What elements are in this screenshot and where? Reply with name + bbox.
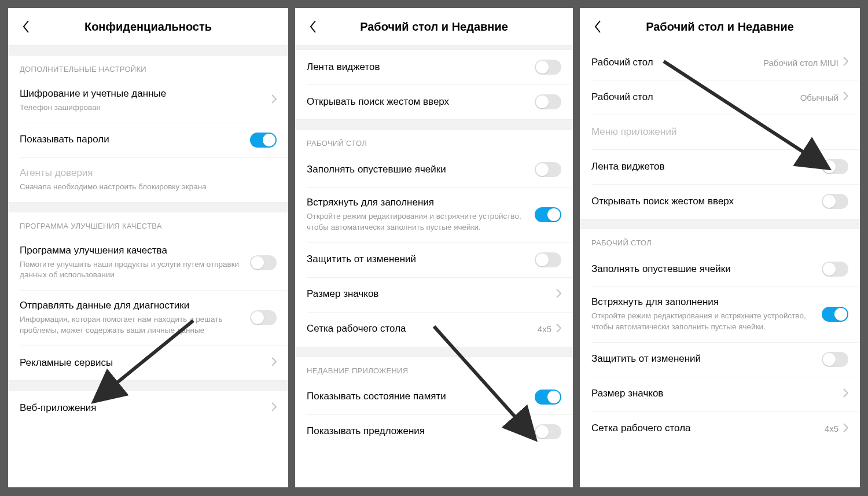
settings-list: ДОПОЛНИТЕЛЬНЫЕ НАСТРОЙКИ Шифрование и уч… [8, 45, 288, 487]
row-label: Встряхнуть для заполнения [591, 296, 816, 309]
page-title: Конфиденциальность [8, 20, 288, 34]
row-quality-program[interactable]: Программа улучшения качества Помогите ул… [8, 235, 288, 291]
row-grid[interactable]: Сетка рабочего стола 4x5 [295, 312, 573, 347]
chevron-right-icon [271, 402, 277, 414]
row-label: Размер значков [307, 288, 550, 301]
row-label: Показывать пароли [20, 133, 244, 146]
toggle-switch[interactable] [535, 207, 561, 222]
row-sub: Информация, которая помогает нам находит… [20, 314, 244, 336]
row-value: Рабочий стол MIUI [763, 58, 838, 68]
row-web-apps[interactable]: Веб-приложения [8, 391, 288, 425]
section-header: НЕДАВНИЕ ПРИЛОЖЕНИЯ [295, 357, 573, 380]
row-sub: Откройте режим редактирования и встряхни… [307, 211, 529, 233]
toggle-switch[interactable] [535, 94, 561, 109]
toggle-switch[interactable] [535, 390, 561, 405]
row-label: Заполнять опустевшие ячейки [307, 163, 529, 177]
toggle-switch[interactable] [535, 60, 561, 75]
row-desktop-launcher[interactable]: Рабочий стол Рабочий стол MIUI [580, 45, 860, 80]
row-shake-fill[interactable]: Встряхнуть для заполнения Откройте режим… [295, 187, 573, 243]
row-trust-agents: Агенты доверия Сначала необходимо настро… [8, 157, 288, 202]
app-header: Конфиденциальность [8, 8, 288, 45]
row-shake-fill[interactable]: Встряхнуть для заполнения Откройте режим… [580, 286, 860, 342]
back-button[interactable] [304, 18, 322, 35]
toggle-switch[interactable] [250, 255, 277, 270]
row-ad-services[interactable]: Рекламные сервисы [8, 346, 288, 380]
section-header: ДОПОЛНИТЕЛЬНЫЕ НАСТРОЙКИ [8, 56, 288, 78]
toggle-switch[interactable] [535, 252, 561, 267]
row-sub: Сначала необходимо настроить блокировку … [20, 182, 271, 193]
row-search-gesture[interactable]: Открывать поиск жестом вверх [295, 84, 573, 119]
section-header: РАБОЧИЙ СТОЛ [580, 229, 860, 252]
row-show-memory[interactable]: Показывать состояние памяти [295, 380, 573, 414]
row-fill-cells[interactable]: Заполнять опустевшие ячейки [580, 252, 860, 286]
row-label: Открывать поиск жестом вверх [591, 195, 816, 208]
chevron-right-icon [556, 289, 561, 300]
row-protect-changes[interactable]: Защитить от изменений [580, 342, 860, 377]
row-app-drawer: Меню приложений [580, 115, 860, 149]
row-label: Программа улучшения качества [20, 244, 244, 258]
toggle-switch[interactable] [535, 424, 561, 439]
phone-screen-3: Рабочий стол и Недавние Рабочий стол Раб… [580, 8, 860, 487]
toggle-switch[interactable] [535, 162, 561, 177]
chevron-right-icon [271, 357, 277, 369]
row-label: Показывать предложения [307, 425, 529, 438]
section-header: ПРОГРАММА УЛУЧШЕНИЯ КАЧЕСТВА [8, 212, 288, 235]
page-title: Рабочий стол и Недавние [580, 20, 860, 34]
row-widget-feed[interactable]: Лента виджетов [580, 149, 860, 184]
row-value: 4x5 [825, 424, 838, 433]
row-show-suggestions[interactable]: Показывать предложения [295, 414, 573, 449]
chevron-right-icon [843, 91, 848, 103]
back-button[interactable] [17, 18, 35, 35]
row-label: Лента виджетов [591, 160, 816, 174]
chevron-right-icon [556, 324, 561, 335]
chevron-right-icon [271, 94, 277, 106]
row-protect-changes[interactable]: Защитить от изменений [295, 243, 573, 277]
toggle-switch[interactable] [822, 352, 848, 367]
section-header: РАБОЧИЙ СТОЛ [295, 130, 573, 152]
settings-list: Рабочий стол Рабочий стол MIUI Рабочий с… [580, 45, 860, 487]
toggle-switch[interactable] [822, 194, 848, 209]
page-title: Рабочий стол и Недавние [295, 20, 573, 34]
row-label: Сетка рабочего стола [307, 322, 532, 336]
row-grid[interactable]: Сетка рабочего стола 4x5 [580, 412, 860, 446]
row-label: Рабочий стол [591, 91, 795, 104]
toggle-switch[interactable] [250, 310, 277, 325]
row-widget-feed[interactable]: Лента виджетов [295, 50, 573, 84]
row-search-gesture[interactable]: Открывать поиск жестом вверх [580, 184, 860, 219]
row-label: Встряхнуть для заполнения [307, 196, 529, 210]
toggle-switch[interactable] [822, 262, 848, 277]
row-diagnostics[interactable]: Отправлять данные для диагностики Информ… [8, 290, 288, 346]
toggle-switch[interactable] [822, 159, 848, 174]
row-label: Шифрование и учетные данные [20, 87, 266, 101]
row-desktop-mode[interactable]: Рабочий стол Обычный [580, 80, 860, 115]
row-icon-size[interactable]: Размер значков [295, 277, 573, 312]
row-sub: Телефон зашифрован [20, 102, 266, 113]
row-label: Отправлять данные для диагностики [20, 299, 244, 313]
chevron-right-icon [843, 388, 848, 400]
row-label: Лента виджетов [307, 61, 529, 74]
row-encryption[interactable]: Шифрование и учетные данные Телефон заши… [8, 78, 288, 123]
row-fill-cells[interactable]: Заполнять опустевшие ячейки [295, 152, 573, 187]
row-label: Агенты доверия [20, 167, 271, 180]
phone-screen-1: Конфиденциальность ДОПОЛНИТЕЛЬНЫЕ НАСТРО… [8, 8, 288, 487]
row-show-passwords[interactable]: Показывать пароли [8, 123, 288, 157]
row-label: Меню приложений [591, 126, 843, 139]
toggle-switch[interactable] [250, 133, 277, 148]
back-button[interactable] [589, 18, 606, 35]
toggle-switch[interactable] [822, 307, 848, 322]
phone-screen-2: Рабочий стол и Недавние Лента виджетов О… [295, 8, 573, 487]
row-sub: Откройте режим редактирования и встряхни… [591, 311, 816, 333]
row-sub: Помогите улучшить наши продукты и услуги… [20, 259, 244, 281]
row-label: Защитить от изменений [591, 352, 816, 366]
row-label: Рабочий стол [591, 56, 757, 69]
chevron-right-icon [843, 57, 848, 68]
row-label: Сетка рабочего стола [591, 422, 819, 435]
row-value: 4x5 [538, 324, 551, 334]
app-header: Рабочий стол и Недавние [295, 8, 573, 45]
row-icon-size[interactable]: Размер значков [580, 377, 860, 412]
row-label: Защитить от изменений [307, 253, 529, 266]
row-label: Заполнять опустевшие ячейки [591, 263, 816, 276]
settings-list: Лента виджетов Открывать поиск жестом вв… [295, 45, 573, 487]
row-label: Открывать поиск жестом вверх [307, 95, 529, 109]
row-label: Веб-приложения [20, 402, 266, 415]
